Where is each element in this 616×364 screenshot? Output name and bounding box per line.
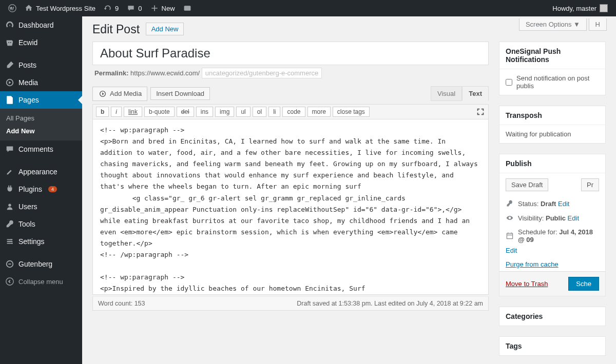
admin-toolbar: Test Wordpress Site 9 0 New Howdy, maste… (0, 0, 616, 16)
add-new-button[interactable]: Add New (146, 23, 184, 35)
qt-bold[interactable]: b (96, 107, 109, 117)
comments-bubble[interactable]: 0 (123, 0, 146, 16)
qt-ul[interactable]: ul (236, 107, 250, 117)
wp-logo[interactable] (4, 0, 21, 16)
box-publish: Publish Save Draft Pr Status: Draft Edit… (499, 154, 606, 296)
menu-plugins[interactable]: Plugins4 (0, 180, 82, 198)
menu-ecwid[interactable]: Ecwid (0, 34, 82, 51)
svg-point-8 (6, 278, 13, 285)
site-home[interactable]: Test Wordpress Site (21, 0, 100, 16)
menu-media[interactable]: Media (0, 74, 82, 91)
fullscreen-icon[interactable] (476, 107, 485, 116)
submenu-all-pages[interactable]: All Pages (0, 112, 82, 125)
qt-del[interactable]: del (177, 107, 194, 117)
menu-posts[interactable]: Posts (0, 56, 82, 74)
box-transposh: Transposh Waiting for publication (499, 106, 606, 144)
status-row: Status: Draft Edit (499, 196, 605, 211)
move-to-trash[interactable]: Move to Trash (506, 280, 548, 288)
qt-ol[interactable]: ol (253, 107, 266, 117)
insert-download-button[interactable]: Insert Download (150, 87, 210, 100)
site-name: Test Wordpress Site (36, 5, 95, 12)
svg-point-3 (8, 204, 11, 207)
last-edit-info: Draft saved at 1:53:38 pm. Last edited o… (297, 300, 483, 307)
edit-schedule[interactable]: Edit (506, 247, 517, 254)
box-transposh-text: Waiting for publication (499, 125, 605, 143)
permalink-base: https://www.ecwid.com/ (130, 69, 200, 77)
updates[interactable]: 9 (100, 0, 123, 16)
onesignal-label: Send notification on post publis (516, 74, 599, 90)
post-content-editor[interactable] (92, 119, 489, 295)
submenu-pages: All Pages Add New (0, 109, 82, 140)
menu-pages[interactable]: Pages (0, 91, 82, 109)
schedule-button[interactable]: Sche (568, 277, 599, 291)
plugins-badge: 4 (48, 186, 57, 192)
tab-text[interactable]: Text (462, 86, 489, 101)
svg-rect-10 (507, 233, 512, 238)
edit-visibility[interactable]: Edit (568, 214, 579, 222)
qt-li[interactable]: li (268, 107, 280, 117)
svg-point-4 (10, 239, 12, 240)
key-icon (506, 199, 514, 208)
menu-comments[interactable]: Comments (0, 140, 82, 158)
collapse-menu[interactable]: Collapse menu (0, 273, 82, 290)
preview-button[interactable]: Pr (581, 178, 599, 191)
box-onesignal-title: OneSignal Push Notifications (499, 42, 605, 69)
box-tags-title: Tags (499, 337, 605, 355)
screen-options-toggle[interactable]: Screen Options ▼ (519, 18, 587, 31)
word-count: Word count: 153 (98, 300, 145, 307)
purge-cache-link[interactable]: Purge from cache (506, 260, 559, 268)
howdy-text: Howdy, master (552, 5, 596, 12)
schedule-row: Schedule for: Jul 4, 2018 @ 09 (499, 225, 605, 247)
permalink-row: Permalink: https://www.ecwid.com/ uncate… (92, 65, 489, 86)
content-area: Screen Options ▼ H Edit Post Add New Per… (82, 16, 616, 364)
woocommerce-icon[interactable] (179, 0, 196, 16)
menu-settings[interactable]: Settings (0, 233, 82, 250)
save-draft-button[interactable]: Save Draft (506, 178, 548, 191)
permalink-label: Permalink: (94, 69, 128, 77)
box-onesignal: OneSignal Push Notifications Send notifi… (499, 42, 606, 95)
permalink-slug[interactable]: uncategorized/gutenberg-e-commerce (202, 68, 322, 78)
eye-icon (506, 214, 514, 222)
menu-dashboard[interactable]: Dashboard (0, 16, 82, 34)
qt-img[interactable]: img (215, 107, 234, 117)
add-media-button[interactable]: Add Media (92, 87, 147, 101)
edit-status[interactable]: Edit (558, 200, 569, 208)
help-toggle[interactable]: H (589, 18, 607, 31)
menu-appearance[interactable]: Appearance (0, 163, 82, 180)
qt-ins[interactable]: ins (196, 107, 213, 117)
submenu-add-new[interactable]: Add New (0, 125, 82, 137)
my-account[interactable]: Howdy, master (548, 0, 612, 16)
box-categories-title: Categories (499, 307, 605, 326)
page-heading: Edit Post (92, 23, 140, 36)
qt-code[interactable]: code (282, 107, 305, 117)
new-content[interactable]: New (146, 0, 179, 16)
svg-point-5 (9, 241, 10, 242)
onesignal-checkbox[interactable] (506, 79, 512, 86)
new-label: New (162, 5, 175, 12)
visibility-row: Visibility: Public Edit (499, 211, 605, 225)
quicktags-toolbar: b i link b-quote del ins img ul ol li co… (92, 104, 489, 119)
tab-visual[interactable]: Visual (431, 86, 462, 101)
updates-count: 9 (115, 5, 119, 12)
menu-gutenberg[interactable]: Gutenberg (0, 255, 82, 273)
svg-point-6 (11, 242, 13, 244)
qt-link[interactable]: link (124, 107, 142, 117)
menu-tools[interactable]: Tools (0, 215, 82, 233)
svg-rect-1 (184, 6, 190, 11)
qt-more[interactable]: more (307, 107, 331, 117)
box-transposh-title: Transposh (499, 106, 605, 125)
admin-menu: Dashboard Ecwid Posts Media Pages All Pa… (0, 16, 82, 364)
qt-italic[interactable]: i (111, 107, 122, 117)
calendar-icon (506, 232, 514, 240)
editor-tabs: Visual Text (431, 86, 489, 101)
qt-blockquote[interactable]: b-quote (144, 107, 175, 117)
post-title-input[interactable] (92, 42, 489, 65)
box-categories[interactable]: Categories (499, 307, 606, 326)
qt-close-tags[interactable]: close tags (333, 107, 370, 117)
menu-users[interactable]: Users (0, 198, 82, 215)
comments-count: 0 (138, 5, 142, 12)
editor-status-bar: Word count: 153 Draft saved at 1:53:38 p… (92, 296, 489, 311)
box-tags[interactable]: Tags (499, 336, 606, 356)
box-publish-title: Publish (499, 154, 605, 173)
avatar (600, 4, 608, 12)
